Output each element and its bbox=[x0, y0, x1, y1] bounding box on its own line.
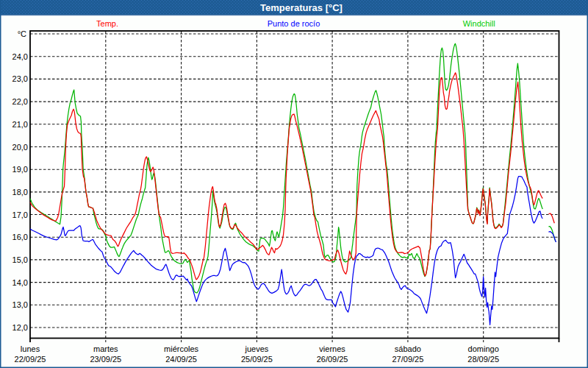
svg-text:martes: martes bbox=[93, 344, 118, 353]
svg-text:14,0: 14,0 bbox=[12, 278, 28, 287]
svg-text:Temperaturas [°C]: Temperaturas [°C] bbox=[260, 2, 343, 13]
svg-text:jueves: jueves bbox=[245, 344, 269, 353]
svg-text:28/09/25: 28/09/25 bbox=[467, 355, 499, 364]
svg-text:22/09/25: 22/09/25 bbox=[15, 355, 46, 364]
svg-text:miércoles: miércoles bbox=[164, 344, 199, 353]
svg-text:26/09/25: 26/09/25 bbox=[317, 355, 348, 364]
svg-text:21,0: 21,0 bbox=[12, 120, 28, 129]
svg-text:23/09/25: 23/09/25 bbox=[90, 355, 121, 364]
svg-text:20,0: 20,0 bbox=[12, 143, 28, 152]
svg-text:24,0: 24,0 bbox=[12, 52, 28, 61]
svg-text:sábado: sábado bbox=[395, 344, 421, 353]
svg-text:16,0: 16,0 bbox=[12, 233, 28, 241]
svg-text:°C: °C bbox=[18, 29, 26, 38]
svg-text:viernes: viernes bbox=[319, 344, 345, 353]
svg-text:23,0: 23,0 bbox=[12, 74, 28, 83]
svg-text:24/09/25: 24/09/25 bbox=[165, 355, 197, 364]
svg-text:domingo: domingo bbox=[468, 344, 499, 353]
svg-text:Punto de rocío: Punto de rocío bbox=[268, 19, 320, 28]
svg-text:27/09/25: 27/09/25 bbox=[392, 355, 423, 364]
svg-text:17,0: 17,0 bbox=[12, 210, 28, 219]
svg-text:12,0: 12,0 bbox=[12, 323, 28, 332]
svg-text:18,0: 18,0 bbox=[12, 188, 28, 197]
svg-text:19,0: 19,0 bbox=[12, 165, 28, 174]
svg-text:Temp.: Temp. bbox=[96, 19, 118, 28]
svg-text:25/09/25: 25/09/25 bbox=[241, 355, 273, 364]
svg-text:22,0: 22,0 bbox=[12, 97, 28, 106]
svg-text:13,0: 13,0 bbox=[12, 300, 28, 309]
svg-text:lunes: lunes bbox=[21, 344, 40, 353]
svg-text:15,0: 15,0 bbox=[12, 255, 28, 264]
svg-text:Windchill: Windchill bbox=[463, 19, 495, 28]
